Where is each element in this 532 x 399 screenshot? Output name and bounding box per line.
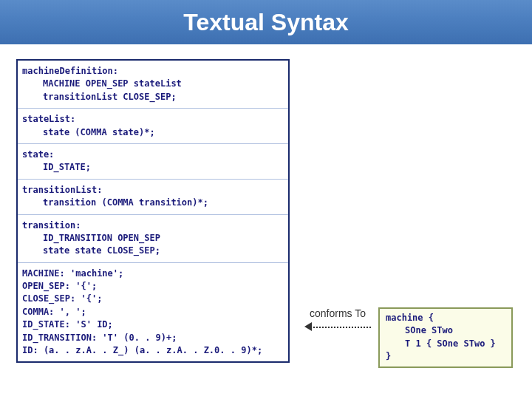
rule-transition-list: transitionList: transition (COMMA transi…: [18, 180, 288, 215]
rule-name: transition:: [22, 220, 81, 231]
conforms-to-group: conforms To machine { SOne STwo T 1 { SO…: [304, 307, 516, 368]
token-line: ID: (a. . z.A. . Z_) (a. . z.A. . Z.0. .…: [22, 345, 262, 355]
example-line: }: [386, 351, 391, 361]
rule-line: MACHINE OPEN_SEP stateList: [22, 78, 284, 90]
rule-line: state state CLOSE_SEP;: [22, 245, 284, 257]
example-code-box: machine { SOne STwo T 1 { SOne STwo } }: [378, 307, 513, 368]
token-line: CLOSE_SEP: '{';: [22, 293, 102, 304]
conforms-label-arrow: conforms To: [304, 307, 371, 332]
conforms-to-label: conforms To: [304, 307, 371, 319]
right-column: conforms To machine { SOne STwo T 1 { SO…: [304, 59, 516, 363]
example-line: machine {: [386, 313, 434, 323]
rule-line: transitionList CLOSE_SEP;: [22, 91, 284, 103]
token-line: COMMA: ', ';: [22, 307, 86, 317]
rule-tokens: MACHINE: 'machine'; OPEN_SEP: '{'; CLOSE…: [18, 263, 288, 362]
arrow-line-icon: [310, 327, 371, 328]
token-line: MACHINE: 'machine';: [22, 268, 123, 279]
rule-transition: transition: ID_TRANSITION OPEN_SEP state…: [18, 215, 288, 263]
rule-name: transitionList:: [22, 185, 102, 195]
token-line: ID_STATE: 'S' ID;: [22, 319, 113, 330]
rule-name: state:: [22, 149, 54, 160]
grammar-definition-box: machineDefinition: MACHINE OPEN_SEP stat…: [16, 59, 290, 363]
rule-name: machineDefinition:: [22, 66, 118, 76]
slide-title: Textual Syntax: [183, 9, 348, 36]
rule-name: stateList:: [22, 114, 75, 124]
slide-header: Textual Syntax: [0, 0, 532, 44]
arrow-icon: [304, 322, 371, 332]
token-line: OPEN_SEP: '{';: [22, 281, 97, 291]
rule-machine-definition: machineDefinition: MACHINE OPEN_SEP stat…: [18, 61, 288, 109]
rule-state: state: ID_STATE;: [18, 144, 288, 180]
rule-line: ID_STATE;: [22, 161, 284, 174]
token-line: ID_TRANSITION: 'T' (0. . 9)+;: [22, 332, 177, 343]
example-line: T 1 { SOne STwo }: [386, 338, 505, 350]
example-line: SOne STwo: [386, 324, 505, 337]
slide-content: machineDefinition: MACHINE OPEN_SEP stat…: [0, 44, 532, 363]
rule-state-list: stateList: state (COMMA state)*;: [18, 109, 288, 144]
rule-line: ID_TRANSITION OPEN_SEP: [22, 232, 284, 245]
rule-line: state (COMMA state)*;: [22, 126, 284, 139]
rule-line: transition (COMMA transition)*;: [22, 197, 284, 209]
